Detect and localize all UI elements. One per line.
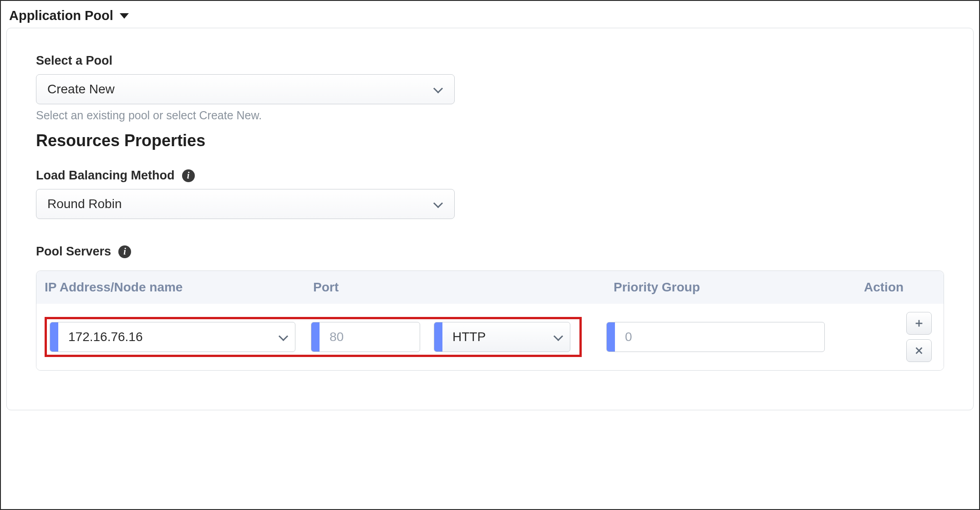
- pool-servers-label: Pool Servers i: [36, 245, 944, 259]
- chevron-down-icon: [433, 199, 443, 209]
- priority-placeholder: 0: [615, 322, 824, 352]
- info-icon[interactable]: i: [182, 169, 195, 182]
- lb-method-value: Round Robin: [47, 197, 122, 211]
- col-header-ip: IP Address/Node name: [45, 280, 313, 295]
- application-pool-panel: Select a Pool Create New Select an exist…: [6, 28, 974, 410]
- col-header-action: Action: [864, 280, 935, 295]
- lb-method-dropdown[interactable]: Round Robin: [36, 189, 455, 219]
- select-pool-help: Select an existing pool or select Create…: [36, 109, 944, 122]
- port-placeholder: 80: [320, 322, 420, 352]
- chevron-down-icon: [433, 84, 443, 94]
- protocol-value: HTTP: [442, 322, 547, 352]
- priority-group-input[interactable]: 0: [606, 322, 825, 352]
- pool-servers-label-text: Pool Servers: [36, 245, 111, 259]
- section-header-application-pool[interactable]: Application Pool: [6, 8, 974, 23]
- input-indicator-bar: [434, 322, 442, 352]
- row-actions: [906, 312, 935, 362]
- protocol-dropdown[interactable]: HTTP: [434, 322, 570, 352]
- lb-method-label-text: Load Balancing Method: [36, 168, 175, 183]
- remove-row-button[interactable]: [906, 339, 932, 362]
- info-icon[interactable]: i: [118, 245, 131, 258]
- select-pool-value: Create New: [47, 82, 115, 97]
- port-input[interactable]: 80: [311, 322, 420, 352]
- add-row-button[interactable]: [906, 312, 932, 335]
- caret-down-icon: [120, 13, 129, 19]
- plus-icon: [914, 318, 924, 328]
- chevron-down-icon: [553, 332, 564, 342]
- col-header-pg: Priority Group: [614, 280, 864, 295]
- input-indicator-bar: [50, 322, 58, 352]
- col-header-port: Port: [313, 280, 614, 295]
- input-indicator-bar: [607, 322, 615, 352]
- input-indicator-bar: [311, 322, 320, 352]
- ip-node-input[interactable]: 172.16.76.16: [50, 322, 295, 352]
- resources-properties-heading: Resources Properties: [36, 131, 944, 150]
- select-pool-dropdown[interactable]: Create New: [36, 74, 455, 104]
- highlighted-group: 172.16.76.16 80 HTTP: [45, 317, 582, 357]
- pool-servers-table: IP Address/Node name Port Priority Group…: [36, 270, 944, 371]
- table-header: IP Address/Node name Port Priority Group…: [36, 271, 944, 304]
- section-title: Application Pool: [9, 8, 113, 23]
- ip-node-value: 172.16.76.16: [58, 322, 272, 352]
- select-pool-label: Select a Pool: [36, 54, 944, 68]
- lb-method-label: Load Balancing Method i: [36, 168, 944, 183]
- table-row: 172.16.76.16 80 HTTP: [36, 304, 944, 370]
- close-icon: [914, 346, 924, 356]
- chevron-down-icon: [279, 332, 289, 342]
